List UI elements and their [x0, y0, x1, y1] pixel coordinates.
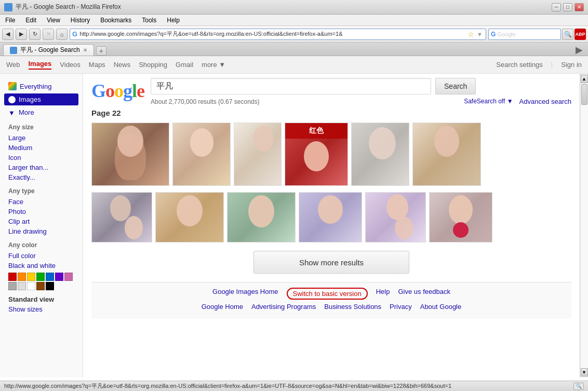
- tab-scroll-right-icon[interactable]: ▶: [576, 44, 583, 56]
- menu-tools[interactable]: Tools: [140, 16, 158, 25]
- swatch-black[interactable]: [46, 282, 54, 290]
- size-larger-than[interactable]: Larger than...: [4, 163, 78, 172]
- restore-button[interactable]: □: [563, 3, 572, 11]
- search-input[interactable]: [151, 78, 431, 95]
- size-large[interactable]: Large: [4, 133, 78, 143]
- status-zoom-icon[interactable]: 🔍: [573, 383, 584, 390]
- nav-search-box[interactable]: G Google: [488, 29, 561, 40]
- image-12[interactable]: [429, 192, 492, 242]
- stop-button[interactable]: ✕: [43, 29, 54, 40]
- tab-title: 平凡 - Google Search: [20, 46, 80, 55]
- show-sizes-link[interactable]: Show sizes: [4, 304, 78, 314]
- reload-button[interactable]: ↻: [29, 29, 41, 40]
- swatch-yellow[interactable]: [27, 273, 35, 281]
- nav-news[interactable]: News: [114, 61, 131, 69]
- footer-google-home[interactable]: Google Home: [202, 303, 243, 311]
- menu-edit[interactable]: Edit: [23, 16, 38, 25]
- search-options: SafeSearch off ▼ Advanced search: [464, 98, 571, 105]
- menu-view[interactable]: View: [45, 16, 62, 25]
- type-linedrawing[interactable]: Line drawing: [4, 226, 78, 236]
- type-face[interactable]: Face: [4, 197, 78, 207]
- swatch-orange[interactable]: [18, 273, 26, 281]
- footer-switch-basic[interactable]: Switch to basic version: [287, 288, 368, 300]
- safesearch-link[interactable]: SafeSearch off ▼: [464, 98, 513, 105]
- new-tab-button[interactable]: +: [96, 46, 106, 56]
- image-9[interactable]: [227, 192, 296, 242]
- swatch-blue[interactable]: [46, 273, 54, 281]
- image-7[interactable]: [91, 192, 152, 242]
- close-button[interactable]: ✕: [574, 3, 584, 11]
- nav-maps[interactable]: Maps: [89, 61, 105, 69]
- minimize-button[interactable]: ─: [552, 3, 561, 11]
- menu-history[interactable]: History: [69, 16, 92, 25]
- nav-web[interactable]: Web: [6, 61, 20, 69]
- sign-in-link[interactable]: Sign in: [561, 61, 582, 69]
- footer-feedback[interactable]: Give us feedback: [398, 288, 450, 300]
- swatch-lightgray[interactable]: [18, 282, 26, 290]
- menu-file[interactable]: File: [3, 16, 17, 25]
- swatch-green[interactable]: [36, 273, 45, 281]
- footer-privacy[interactable]: Privacy: [390, 303, 412, 311]
- size-exactly[interactable]: Exactly...: [4, 172, 78, 182]
- scroll-thumb[interactable]: [581, 84, 587, 105]
- menu-bookmarks[interactable]: Bookmarks: [98, 16, 133, 25]
- forward-button[interactable]: ▶: [16, 29, 27, 40]
- back-button[interactable]: ◀: [2, 29, 14, 40]
- dropdown-arrow-icon[interactable]: ▼: [477, 31, 483, 37]
- nav-search-button[interactable]: 🔍: [562, 29, 573, 40]
- swatch-gray[interactable]: [8, 282, 17, 290]
- nav-images[interactable]: Images: [29, 60, 52, 70]
- address-bar-container: G http://www.google.com/images?q=平凡&oe=u…: [70, 29, 586, 40]
- scroll-up-button[interactable]: ▲: [581, 75, 588, 83]
- swatch-pink[interactable]: [64, 273, 73, 281]
- size-icon[interactable]: Icon: [4, 153, 78, 163]
- address-text: http://www.google.com/images?q=平凡&oe=utf…: [79, 30, 466, 38]
- nav-videos[interactable]: Videos: [60, 61, 81, 69]
- swatch-purple[interactable]: [55, 273, 63, 281]
- image-8[interactable]: [155, 192, 224, 242]
- color-bw[interactable]: Black and white: [4, 261, 78, 271]
- image-5[interactable]: [351, 123, 409, 186]
- color-full[interactable]: Full color: [4, 251, 78, 261]
- sidebar-more[interactable]: ▼ More: [4, 106, 78, 118]
- swatch-red[interactable]: [8, 273, 17, 281]
- image-1[interactable]: [91, 123, 169, 186]
- search-button[interactable]: Search: [435, 78, 476, 95]
- image-2[interactable]: [172, 123, 231, 186]
- sidebar-everything[interactable]: Everything: [4, 80, 78, 92]
- advanced-search-link[interactable]: Advanced search: [519, 98, 571, 105]
- image-3[interactable]: [234, 123, 282, 186]
- footer-business[interactable]: Business Solutions: [324, 303, 381, 311]
- nav-more[interactable]: more ▼: [202, 61, 225, 69]
- nav-shopping[interactable]: Shopping: [139, 61, 167, 69]
- footer-help[interactable]: Help: [376, 288, 390, 300]
- nav-gmail[interactable]: Gmail: [176, 61, 193, 69]
- swatch-white[interactable]: [27, 282, 35, 290]
- swatch-brown[interactable]: [36, 282, 45, 290]
- footer-about[interactable]: About Google: [420, 303, 462, 311]
- adblock-button[interactable]: ABP: [574, 29, 586, 40]
- image-11[interactable]: [365, 192, 426, 242]
- tab-close-icon[interactable]: ✕: [83, 47, 87, 53]
- footer-advertising[interactable]: Advertising Programs: [251, 303, 316, 311]
- search-settings-link[interactable]: Search settings: [496, 61, 543, 69]
- image-6[interactable]: [412, 123, 481, 186]
- image-4[interactable]: 红色: [285, 123, 348, 186]
- sidebar-images[interactable]: Images: [4, 93, 78, 105]
- home-button[interactable]: ⌂: [56, 29, 68, 40]
- standard-view-link[interactable]: Standard view: [4, 294, 78, 304]
- footer-google-images-home[interactable]: Google Images Home: [212, 288, 278, 300]
- show-more-button[interactable]: Show more results: [253, 251, 409, 274]
- image-thumb-12: [430, 193, 492, 242]
- menu-help[interactable]: Help: [165, 16, 182, 25]
- active-tab[interactable]: 平凡 - Google Search ✕: [3, 44, 94, 56]
- scroll-down-button[interactable]: ▼: [581, 368, 588, 376]
- google-nav-right: Search settings | Sign in: [496, 61, 582, 69]
- address-bar[interactable]: G http://www.google.com/images?q=平凡&oe=u…: [70, 29, 486, 40]
- size-medium[interactable]: Medium: [4, 143, 78, 153]
- bookmark-star-icon[interactable]: ☆: [467, 30, 474, 38]
- image-10[interactable]: [299, 192, 362, 242]
- type-photo[interactable]: Photo: [4, 207, 78, 217]
- type-clipart[interactable]: Clip art: [4, 217, 78, 226]
- images-row-2: [91, 192, 571, 242]
